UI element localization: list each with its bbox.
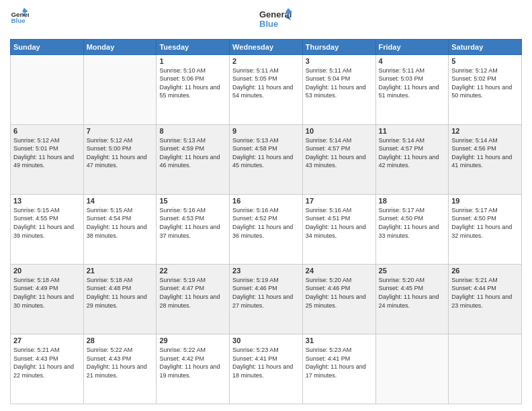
day-info: Sunrise: 5:16 AM Sunset: 4:53 PM Dayligh… bbox=[159, 206, 226, 240]
calendar-cell: 31Sunrise: 5:23 AM Sunset: 4:41 PM Dayli… bbox=[302, 334, 375, 404]
day-info: Sunrise: 5:23 AM Sunset: 4:41 PM Dayligh… bbox=[306, 346, 373, 379]
day-info: Sunrise: 5:23 AM Sunset: 4:41 PM Dayligh… bbox=[232, 346, 300, 379]
day-number: 19 bbox=[451, 197, 519, 205]
day-info: Sunrise: 5:13 AM Sunset: 4:59 PM Dayligh… bbox=[159, 136, 226, 170]
day-number: 1 bbox=[159, 57, 226, 65]
day-info: Sunrise: 5:15 AM Sunset: 4:55 PM Dayligh… bbox=[13, 206, 81, 240]
day-number: 14 bbox=[87, 197, 154, 205]
calendar-cell: 8Sunrise: 5:13 AM Sunset: 4:59 PM Daylig… bbox=[157, 124, 230, 194]
calendar-cell: 20Sunrise: 5:18 AM Sunset: 4:49 PM Dayli… bbox=[11, 264, 84, 334]
day-info: Sunrise: 5:21 AM Sunset: 4:43 PM Dayligh… bbox=[13, 346, 81, 379]
day-number: 16 bbox=[232, 197, 300, 205]
day-number: 22 bbox=[159, 267, 226, 275]
calendar-cell: 4Sunrise: 5:11 AM Sunset: 5:03 PM Daylig… bbox=[375, 54, 449, 124]
day-info: Sunrise: 5:21 AM Sunset: 4:44 PM Dayligh… bbox=[451, 276, 519, 310]
logo: General Blue bbox=[10, 7, 29, 26]
calendar-cell: 11Sunrise: 5:14 AM Sunset: 4:57 PM Dayli… bbox=[375, 124, 449, 194]
calendar-cell: 24Sunrise: 5:20 AM Sunset: 4:46 PM Dayli… bbox=[302, 264, 375, 334]
calendar-cell: 3Sunrise: 5:11 AM Sunset: 5:04 PM Daylig… bbox=[302, 54, 375, 124]
calendar-header-thursday: Thursday bbox=[302, 39, 375, 54]
calendar-header-monday: Monday bbox=[83, 39, 157, 54]
calendar-cell: 18Sunrise: 5:17 AM Sunset: 4:50 PM Dayli… bbox=[375, 194, 449, 264]
calendar-cell: 1Sunrise: 5:10 AM Sunset: 5:06 PM Daylig… bbox=[157, 54, 230, 124]
calendar-cell: 19Sunrise: 5:17 AM Sunset: 4:50 PM Dayli… bbox=[449, 194, 522, 264]
day-number: 30 bbox=[232, 336, 300, 345]
day-info: Sunrise: 5:16 AM Sunset: 4:51 PM Dayligh… bbox=[306, 206, 373, 240]
day-number: 9 bbox=[232, 127, 300, 135]
day-info: Sunrise: 5:11 AM Sunset: 5:05 PM Dayligh… bbox=[232, 66, 300, 100]
day-number: 23 bbox=[232, 267, 300, 275]
logo-icon: General Blue bbox=[10, 7, 29, 26]
day-number: 4 bbox=[379, 57, 446, 65]
calendar-cell: 5Sunrise: 5:12 AM Sunset: 5:02 PM Daylig… bbox=[449, 54, 522, 124]
day-number: 2 bbox=[232, 57, 300, 65]
day-info: Sunrise: 5:14 AM Sunset: 4:57 PM Dayligh… bbox=[379, 136, 446, 170]
day-info: Sunrise: 5:19 AM Sunset: 4:46 PM Dayligh… bbox=[232, 276, 300, 310]
logo-text-block: General Blue bbox=[259, 7, 292, 34]
day-number: 10 bbox=[306, 127, 373, 135]
day-number: 25 bbox=[379, 267, 446, 275]
day-info: Sunrise: 5:18 AM Sunset: 4:48 PM Dayligh… bbox=[87, 276, 154, 310]
calendar-cell: 15Sunrise: 5:16 AM Sunset: 4:53 PM Dayli… bbox=[157, 194, 230, 264]
svg-text:Blue: Blue bbox=[259, 19, 278, 29]
day-number: 24 bbox=[306, 267, 373, 275]
header: General Blue General Blue bbox=[10, 7, 522, 34]
day-info: Sunrise: 5:20 AM Sunset: 4:46 PM Dayligh… bbox=[306, 276, 373, 310]
day-info: Sunrise: 5:10 AM Sunset: 5:06 PM Dayligh… bbox=[159, 66, 226, 100]
day-info: Sunrise: 5:22 AM Sunset: 4:42 PM Dayligh… bbox=[159, 346, 226, 379]
calendar-week-row: 13Sunrise: 5:15 AM Sunset: 4:55 PM Dayli… bbox=[11, 194, 522, 264]
calendar-cell: 26Sunrise: 5:21 AM Sunset: 4:44 PM Dayli… bbox=[449, 264, 522, 334]
calendar-cell: 2Sunrise: 5:11 AM Sunset: 5:05 PM Daylig… bbox=[230, 54, 303, 124]
calendar-cell bbox=[83, 54, 157, 124]
calendar-week-row: 27Sunrise: 5:21 AM Sunset: 4:43 PM Dayli… bbox=[11, 334, 522, 404]
day-number: 28 bbox=[87, 336, 154, 345]
calendar-header-row: SundayMondayTuesdayWednesdayThursdayFrid… bbox=[11, 39, 522, 54]
calendar-cell: 29Sunrise: 5:22 AM Sunset: 4:42 PM Dayli… bbox=[157, 334, 230, 404]
day-info: Sunrise: 5:14 AM Sunset: 4:57 PM Dayligh… bbox=[306, 136, 373, 170]
calendar-cell: 12Sunrise: 5:14 AM Sunset: 4:56 PM Dayli… bbox=[449, 124, 522, 194]
day-info: Sunrise: 5:12 AM Sunset: 5:02 PM Dayligh… bbox=[451, 66, 519, 100]
calendar-cell: 30Sunrise: 5:23 AM Sunset: 4:41 PM Dayli… bbox=[230, 334, 303, 404]
calendar-week-row: 1Sunrise: 5:10 AM Sunset: 5:06 PM Daylig… bbox=[11, 54, 522, 124]
day-info: Sunrise: 5:13 AM Sunset: 4:58 PM Dayligh… bbox=[232, 136, 300, 170]
calendar-cell: 14Sunrise: 5:15 AM Sunset: 4:54 PM Dayli… bbox=[83, 194, 157, 264]
day-number: 31 bbox=[306, 336, 373, 345]
day-number: 6 bbox=[13, 127, 81, 135]
calendar-cell: 23Sunrise: 5:19 AM Sunset: 4:46 PM Dayli… bbox=[230, 264, 303, 334]
day-number: 13 bbox=[13, 197, 81, 205]
day-info: Sunrise: 5:16 AM Sunset: 4:52 PM Dayligh… bbox=[232, 206, 300, 240]
day-number: 20 bbox=[13, 267, 81, 275]
calendar-cell: 16Sunrise: 5:16 AM Sunset: 4:52 PM Dayli… bbox=[230, 194, 303, 264]
day-info: Sunrise: 5:19 AM Sunset: 4:47 PM Dayligh… bbox=[159, 276, 226, 310]
day-info: Sunrise: 5:20 AM Sunset: 4:45 PM Dayligh… bbox=[379, 276, 446, 310]
calendar-header-wednesday: Wednesday bbox=[230, 39, 303, 54]
day-info: Sunrise: 5:14 AM Sunset: 4:56 PM Dayligh… bbox=[451, 136, 519, 170]
calendar-cell: 9Sunrise: 5:13 AM Sunset: 4:58 PM Daylig… bbox=[230, 124, 303, 194]
day-info: Sunrise: 5:12 AM Sunset: 5:00 PM Dayligh… bbox=[87, 136, 154, 170]
calendar-header-friday: Friday bbox=[375, 39, 449, 54]
calendar-cell: 27Sunrise: 5:21 AM Sunset: 4:43 PM Dayli… bbox=[11, 334, 84, 404]
calendar-header-saturday: Saturday bbox=[449, 39, 522, 54]
day-number: 5 bbox=[451, 57, 519, 65]
calendar-table: SundayMondayTuesdayWednesdayThursdayFrid… bbox=[10, 39, 522, 404]
day-number: 7 bbox=[87, 127, 154, 135]
svg-text:Blue: Blue bbox=[11, 17, 26, 24]
calendar-week-row: 20Sunrise: 5:18 AM Sunset: 4:49 PM Dayli… bbox=[11, 264, 522, 334]
calendar-header-tuesday: Tuesday bbox=[157, 39, 230, 54]
day-number: 17 bbox=[306, 197, 373, 205]
day-number: 11 bbox=[379, 127, 446, 135]
calendar-cell: 7Sunrise: 5:12 AM Sunset: 5:00 PM Daylig… bbox=[83, 124, 157, 194]
calendar-cell bbox=[375, 334, 449, 404]
day-info: Sunrise: 5:17 AM Sunset: 4:50 PM Dayligh… bbox=[379, 206, 446, 240]
calendar-cell: 28Sunrise: 5:22 AM Sunset: 4:43 PM Dayli… bbox=[83, 334, 157, 404]
day-number: 29 bbox=[159, 336, 226, 345]
calendar-cell: 25Sunrise: 5:20 AM Sunset: 4:45 PM Dayli… bbox=[375, 264, 449, 334]
calendar-cell: 6Sunrise: 5:12 AM Sunset: 5:01 PM Daylig… bbox=[11, 124, 84, 194]
calendar-cell: 22Sunrise: 5:19 AM Sunset: 4:47 PM Dayli… bbox=[157, 264, 230, 334]
calendar-week-row: 6Sunrise: 5:12 AM Sunset: 5:01 PM Daylig… bbox=[11, 124, 522, 194]
generalblue-logo-svg: General Blue bbox=[259, 7, 292, 31]
day-info: Sunrise: 5:12 AM Sunset: 5:01 PM Dayligh… bbox=[13, 136, 81, 170]
day-info: Sunrise: 5:15 AM Sunset: 4:54 PM Dayligh… bbox=[87, 206, 154, 240]
calendar-cell: 17Sunrise: 5:16 AM Sunset: 4:51 PM Dayli… bbox=[302, 194, 375, 264]
calendar-cell: 10Sunrise: 5:14 AM Sunset: 4:57 PM Dayli… bbox=[302, 124, 375, 194]
